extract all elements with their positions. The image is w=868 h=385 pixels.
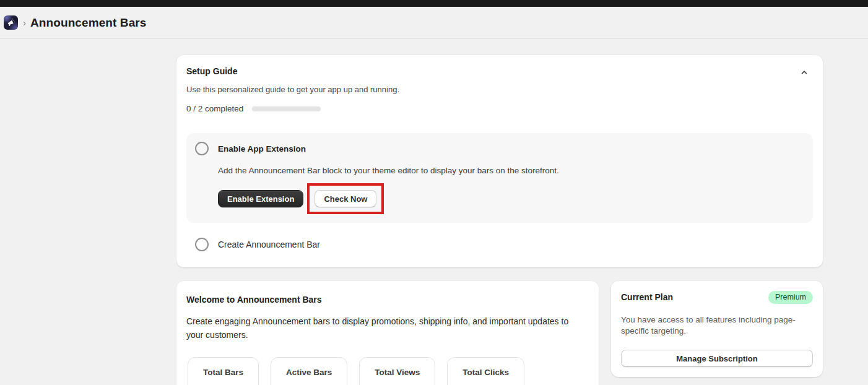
premium-badge: Premium [768, 291, 813, 304]
breadcrumb-chevron-icon: › [23, 18, 26, 27]
stat-label: Total Clicks [462, 368, 509, 377]
welcome-title: Welcome to Announcement Bars [186, 291, 589, 305]
stat-label: Active Bars [286, 368, 332, 377]
setup-step-enable-app-extension: Enable App Extension Add the Announcemen… [186, 133, 813, 223]
welcome-card: Welcome to Announcement Bars Create enga… [176, 281, 599, 385]
step-1-title: Enable App Extension [218, 142, 804, 154]
main-content: Setup Guide Use this personalized guide … [176, 55, 823, 385]
stat-box-active-bars: Active Bars [271, 357, 347, 385]
collapse-button[interactable] [796, 64, 813, 81]
check-now-button[interactable]: Check Now [315, 190, 376, 207]
stat-label: Total Bars [203, 368, 243, 377]
page-title: Announcement Bars [30, 16, 147, 30]
chevron-up-icon [799, 67, 809, 77]
stat-box-total-bars: Total Bars [188, 357, 259, 385]
setup-guide-subtitle: Use this personalized guide to get your … [186, 85, 813, 94]
enable-extension-button[interactable]: Enable Extension [218, 190, 303, 207]
plan-description: You have access to all features includin… [621, 314, 812, 338]
stat-box-total-views: Total Views [359, 357, 435, 385]
step-2-title[interactable]: Create Announcement Bar [218, 238, 320, 249]
top-chrome-bar [0, 0, 868, 7]
manage-subscription-button[interactable]: Manage Subscription [621, 350, 813, 367]
setup-guide-card: Setup Guide Use this personalized guide … [176, 55, 823, 267]
stats-row: Total Bars Active Bars Total Views Total… [186, 357, 589, 385]
step-1-description: Add the Announcement Bar block to your t… [218, 166, 804, 175]
progress-label: 0 / 2 completed [186, 104, 243, 113]
current-plan-title: Current Plan [621, 292, 673, 302]
setup-progress: 0 / 2 completed [186, 104, 813, 113]
page-header: › Announcement Bars [0, 7, 868, 39]
app-logo-megaphone-icon[interactable] [4, 15, 18, 30]
setup-guide-title: Setup Guide [186, 64, 237, 76]
stat-label: Total Views [375, 368, 420, 377]
welcome-description: Create engaging Announcement bars to dis… [186, 314, 571, 342]
stat-box-total-clicks: Total Clicks [447, 357, 524, 385]
progress-bar [252, 106, 321, 111]
step-2-checkbox-circle[interactable] [195, 238, 209, 251]
step-1-checkbox-circle[interactable] [195, 142, 209, 155]
annotation-highlight-box: Check Now [307, 183, 384, 214]
setup-step-create-announcement-bar: Create Announcement Bar [186, 238, 813, 255]
current-plan-card: Current Plan Premium You have access to … [611, 281, 823, 377]
